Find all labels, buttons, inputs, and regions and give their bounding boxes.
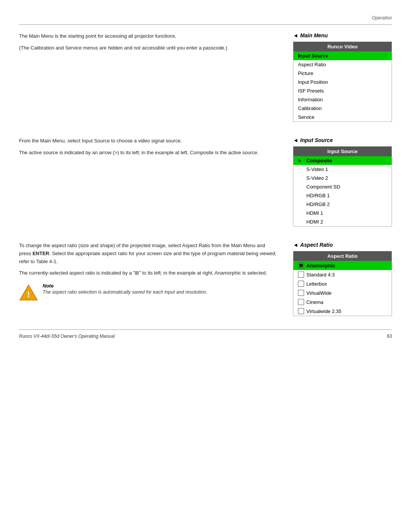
footer-page-number: 63 [387,334,392,339]
arrow-icon: ◄ [293,242,298,248]
menu-item-hdmi1[interactable]: HDMI 1 [293,209,392,217]
menu-item-label: VirtualWide [306,290,331,296]
menu-item-isf-presets[interactable]: ISF Presets [293,86,392,95]
menu-item-hdrgb2[interactable]: HD/RGB 2 [293,200,392,209]
section-main-menu: The Main Menu is the starting point for … [19,32,392,122]
menu-item-component-sd[interactable]: Component SD [293,182,392,191]
menu-item-information[interactable]: Information [293,95,392,104]
checkbox-unchecked-icon [298,308,304,314]
input-source-title: ◄ Input Source [293,137,392,143]
section3-left: To change the aspect ratio (size and sha… [19,242,282,316]
menu-item-input-source[interactable]: Input Source [293,51,392,60]
menu-item-label: HD/RGB 1 [306,193,330,198]
aspect-ratio-menu-box: Aspect Ratio ⊠ Anamorphic Standard 4:3 L… [293,251,392,316]
menu-item-svideo2[interactable]: S-Video 2 [293,174,392,182]
menu-item-hdmi2[interactable]: HDMI 2 [293,217,392,226]
menu-item-label: Letterbox [306,281,327,287]
section1-right: ◄ Main Menu Runco Video Input Source Asp… [293,32,392,122]
page-footer: Runco VX-44d/-55d Owner's Operating Manu… [19,329,392,339]
checkbox-unchecked-icon [298,281,304,287]
menu-item-input-position[interactable]: Input Position [293,78,392,86]
menu-item-service[interactable]: Service [293,113,392,121]
main-menu-box: Runco Video Input Source Aspect Ratio Pi… [293,42,392,122]
footer-title: Runco VX-44d/-55d Owner's Operating Manu… [19,334,115,339]
menu-item-anamorphic[interactable]: ⊠ Anamorphic [293,261,392,270]
section1-left: The Main Menu is the starting point for … [19,32,282,122]
menu-item-virtualwide[interactable]: VirtualWide [293,288,392,297]
menu-item-hdrgb1[interactable]: HD/RGB 1 [293,191,392,200]
menu-item-aspect-ratio[interactable]: Aspect Ratio [293,60,392,69]
section1-text2: (The Calibration and Service menus are h… [19,44,278,52]
menu-item-label: Calibration [298,105,322,111]
menu-item-cinema[interactable]: Cinema [293,297,392,307]
menu-item-standard43[interactable]: Standard 4:3 [293,270,392,279]
menu-item-label: Composite [306,158,332,163]
section2-text1: From the Main Menu, select Input Source … [19,137,278,145]
menu-item-label: HDMI 2 [306,219,323,225]
note-icon-container: ! [19,283,38,303]
menu-item-label: Component SD [306,184,340,190]
checkbox-unchecked-icon [298,272,304,278]
menu-item-label: Aspect Ratio [298,62,326,67]
note-label: Note [43,283,54,289]
menu-item-label: HDMI 1 [306,210,323,216]
menu-item-calibration[interactable]: Calibration [293,104,392,113]
menu-item-composite[interactable]: > Composite [293,156,392,165]
aspect-ratio-title-text: Aspect Ratio [300,242,333,248]
menu-item-label: Anamorphic [306,263,335,268]
main-menu-header: Runco Video [293,42,392,51]
checkbox-unchecked-icon [298,290,304,296]
main-menu-title: ◄ Main Menu [293,32,392,38]
header-rule [19,24,392,25]
menu-item-label: Cinema [306,299,323,305]
note-content: Note The aspect ratio selection is autom… [43,283,207,296]
menu-item-label: Information [298,97,323,102]
menu-item-label: Standard 4:3 [306,272,335,278]
section3-text2: The currently-selected aspect ratio is i… [19,269,278,277]
menu-item-svideo1[interactable]: S-Video 1 [293,165,392,174]
note-text: The aspect ratio selection is automatica… [43,289,207,296]
checkbox-unchecked-icon [298,299,304,305]
checkbox-checked-icon: ⊠ [298,262,304,268]
svg-text:!: ! [27,290,30,299]
menu-item-label: Input Source [298,53,328,59]
menu-item-label: Virtualwide 2.35 [306,308,341,314]
section-aspect-ratio: To change the aspect ratio (size and sha… [19,242,392,316]
section2-right: ◄ Input Source Input Source > Composite … [293,137,392,227]
menu-item-label: Picture [298,70,313,76]
menu-item-virtualwide235[interactable]: Virtualwide 2.35 [293,307,392,316]
active-indicator: > [298,158,304,163]
main-menu-title-text: Main Menu [300,32,328,38]
section1-text1: The Main Menu is the starting point for … [19,32,278,40]
section2-left: From the Main Menu, select Input Source … [19,137,282,227]
page-header: Operation [19,15,392,21]
input-source-title-text: Input Source [300,137,333,143]
aspect-ratio-menu-header: Aspect Ratio [293,251,392,261]
arrow-icon: ◄ [293,32,298,38]
warning-icon: ! [19,283,38,302]
aspect-ratio-title: ◄ Aspect Ratio [293,242,392,248]
menu-item-label: ISF Presets [298,88,324,94]
input-source-menu-box: Input Source > Composite S-Video 1 S-Vid… [293,146,392,227]
menu-item-label: Input Position [298,79,328,85]
input-source-menu-header: Input Source [293,147,392,156]
menu-item-label: Service [298,114,314,120]
menu-item-label: S-Video 2 [306,175,328,181]
menu-item-picture[interactable]: Picture [293,69,392,78]
section-input-source: From the Main Menu, select Input Source … [19,137,392,227]
section2-text2: The active source is indicated by an arr… [19,149,278,157]
section3-text1: To change the aspect ratio (size and sha… [19,242,278,265]
menu-item-label: HD/RGB 2 [306,201,330,207]
note-box: ! Note The aspect ratio selection is aut… [19,283,278,303]
section3-right: ◄ Aspect Ratio Aspect Ratio ⊠ Anamorphic… [293,242,392,316]
menu-item-letterbox[interactable]: Letterbox [293,279,392,288]
arrow-icon: ◄ [293,137,298,143]
menu-item-label: S-Video 1 [306,166,328,172]
